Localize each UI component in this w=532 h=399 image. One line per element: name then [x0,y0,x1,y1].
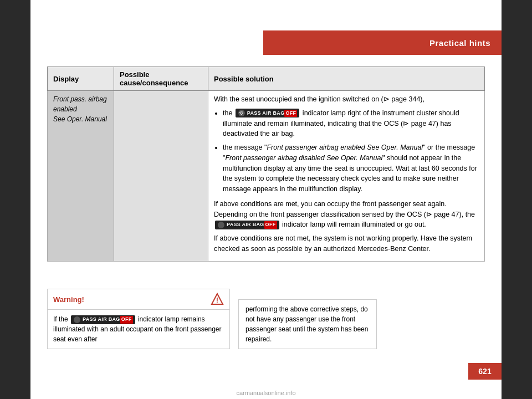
solution-intro: With the seat unoccupied and the ignitio… [214,94,479,105]
display-text: Front pass. airbagenabledSee Oper. Manua… [53,95,107,123]
warning-header: Warning! ! [48,289,229,310]
airbag-icon-1: 🛡 [238,109,245,117]
warning-continuation-text: performing the above corrective steps, d… [245,305,368,343]
airbag-icon-2 [217,221,225,229]
message-1: Front passenger airbag enabled See Oper.… [267,144,423,151]
svg-text:!: ! [216,296,218,304]
solution-para1: If above conditions are met, you can occ… [214,199,479,230]
airbag-badge-1: 🛡 PASS AIR BAG OFF [236,109,300,117]
svg-point-5 [74,316,80,323]
bullet-2: the message "Front passenger airbag enab… [223,142,479,195]
bullet-1: the 🛡 PASS AIR BAG OFF indicator lamp ri… [223,108,479,139]
display-cell-content: Front pass. airbagenabledSee Oper. Manua… [53,94,108,124]
svg-point-2 [218,222,224,228]
warning-box: Warning! ! If the PASS AIR BAG OFF indic… [47,289,230,349]
col-header-display: Display [48,67,114,91]
data-table: Display Possible cause/consequence Possi… [47,66,485,262]
warning-label: Warning! [53,295,84,304]
warning-body: If the PASS AIR BAG OFF indicator lamp r… [48,310,229,349]
header-bar: Practical hints [263,30,502,55]
airbag-badge-2: PASS AIR BAG OFF [215,221,279,229]
display-cell: Front pass. airbagenabledSee Oper. Manua… [48,91,114,262]
footer-watermark: carmanualsonline.info [30,390,502,396]
page-number: 621 [468,363,502,380]
page-title: Practical hints [429,38,490,48]
svg-text:🛡: 🛡 [239,111,243,115]
col-header-cause: Possible cause/consequence [114,67,208,91]
warning-triangle-icon: ! [211,293,224,306]
content-area: Practical hints Display Possible cause/c… [30,0,502,399]
airbag-icon-warning [73,316,81,324]
solution-cell: With the seat unoccupied and the ignitio… [208,91,485,262]
warning-continuation: performing the above corrective steps, d… [238,299,377,349]
warning-container: Warning! ! If the PASS AIR BAG OFF indic… [47,289,230,349]
cause-cell [114,91,208,262]
table-row: Front pass. airbagenabledSee Oper. Manua… [48,91,485,262]
message-2: Front passenger airbag disabled See Oper… [225,154,382,162]
main-table-container: Display Possible cause/consequence Possi… [47,66,485,262]
col-header-solution: Possible solution [208,67,485,91]
airbag-badge-warning: PASS AIR BAG OFF [71,315,135,324]
solution-para2: If above conditions are not met, the sys… [214,233,479,254]
solution-bullets: the 🛡 PASS AIR BAG OFF indicator lamp ri… [223,108,479,195]
